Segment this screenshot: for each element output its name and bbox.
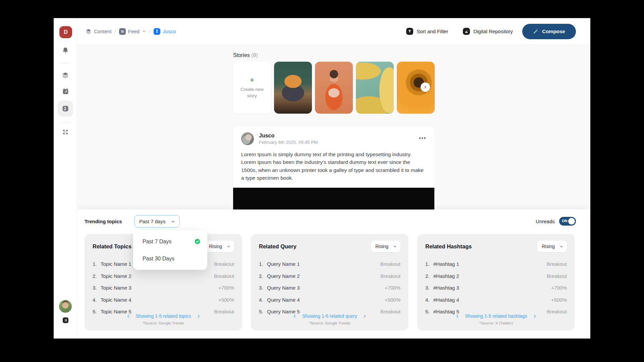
rising-filter-select[interactable]: Rising bbox=[371, 241, 400, 252]
analytics-icon bbox=[62, 105, 69, 112]
chevron-down-icon bbox=[559, 244, 564, 249]
pagination-label: Showing 1-5 related topics bbox=[136, 313, 191, 319]
stories-count: (8) bbox=[251, 52, 258, 58]
menu-item-past-30-days[interactable]: Past 30 Days bbox=[133, 250, 207, 267]
panel-title: Related Hashtags bbox=[425, 243, 472, 250]
stories-carousel: + Create new story bbox=[233, 62, 434, 114]
app-logo[interactable]: D bbox=[59, 26, 72, 38]
breadcrumb-label: Feed bbox=[128, 28, 140, 34]
story-card-cat-teacher[interactable] bbox=[274, 62, 312, 114]
post-body-text: Lorem Ipsum is simply dummy text of the … bbox=[233, 145, 434, 188]
post-author: Jusco bbox=[259, 133, 318, 139]
calendar-icon bbox=[62, 88, 69, 95]
sidebar-item-planner[interactable] bbox=[54, 88, 77, 95]
date-range-dropdown-menu: Past 7 Days Past 30 Days bbox=[133, 230, 207, 270]
user-avatar[interactable] bbox=[59, 300, 72, 313]
pagination-next-button[interactable] bbox=[533, 314, 537, 318]
list-item: 2.Query Name 2Breakout bbox=[259, 270, 400, 282]
breadcrumb-content[interactable]: Content bbox=[86, 28, 112, 35]
trending-section: Trending topics Past 7 days Unreads ON R… bbox=[77, 209, 590, 339]
sort-and-filter-button[interactable]: Sort and Filter bbox=[406, 28, 448, 35]
menu-item-label: Past 30 Days bbox=[143, 256, 174, 262]
chevron-left-icon bbox=[126, 314, 130, 318]
pagination-next-button[interactable] bbox=[363, 314, 367, 318]
stories-title: Stories (8) bbox=[233, 52, 434, 58]
magic-wand-icon bbox=[533, 28, 539, 34]
plus-icon: + bbox=[250, 76, 254, 84]
chevron-right-icon bbox=[533, 314, 537, 318]
facebook-icon: f bbox=[154, 28, 160, 35]
story-card-bananas[interactable] bbox=[356, 62, 394, 114]
image-icon bbox=[463, 28, 470, 35]
list-item: 2.Topic Name 2Breakout bbox=[93, 270, 234, 282]
sidebar-item-notifications[interactable] bbox=[54, 46, 77, 54]
stories-next-button[interactable] bbox=[421, 82, 430, 92]
filter-value: Rising bbox=[375, 244, 388, 249]
pagination-prev-button[interactable] bbox=[455, 314, 460, 318]
sidebar-item-analytics-active[interactable] bbox=[58, 101, 73, 117]
post-image bbox=[233, 188, 434, 209]
expand-icon bbox=[62, 129, 69, 135]
compose-label: Compose bbox=[542, 28, 565, 34]
menu-item-label: Past 7 Days bbox=[143, 239, 171, 245]
sidebar-divider bbox=[60, 63, 70, 63]
list-item: 1.Query Name 1Breakout bbox=[259, 258, 400, 270]
source-note: *Source: Google Trends bbox=[85, 321, 242, 325]
chevron-down-icon bbox=[142, 29, 146, 34]
list-item: 3.Query Name 3+700% bbox=[259, 282, 400, 294]
create-new-story-card[interactable]: + Create new story bbox=[233, 62, 271, 114]
rising-filter-select[interactable]: Rising bbox=[205, 241, 234, 252]
unreads-toggle[interactable]: ON bbox=[559, 217, 576, 226]
post-more-button[interactable]: ••• bbox=[419, 135, 426, 141]
breadcrumb-label: Content bbox=[94, 28, 112, 34]
date-range-value: Past 7 days bbox=[139, 219, 165, 224]
feed-icon bbox=[119, 28, 126, 35]
sidebar-item-expand[interactable] bbox=[54, 129, 77, 135]
feed-area: Stories (8) + Create new story bbox=[77, 45, 590, 209]
breadcrumb-feed[interactable]: Feed bbox=[119, 28, 146, 35]
chevron-right-icon bbox=[363, 314, 367, 318]
sidebar-item-content[interactable] bbox=[54, 72, 77, 79]
panel-title: Related Topics bbox=[93, 243, 131, 250]
filter-value: Rising bbox=[542, 244, 555, 249]
digital-repository-button[interactable]: Digital Repository bbox=[463, 28, 513, 35]
breadcrumb-label: Jusco bbox=[163, 28, 176, 34]
chevron-down-icon bbox=[171, 219, 175, 224]
pagination-next-button[interactable] bbox=[197, 314, 201, 318]
post-avatar bbox=[241, 132, 254, 145]
breadcrumb: Content / Feed / f Jusco bbox=[86, 28, 176, 35]
filter-icon bbox=[406, 28, 413, 35]
sidebar: D bbox=[54, 18, 77, 339]
breadcrumb-channel-jusco[interactable]: f Jusco bbox=[154, 28, 176, 35]
date-range-select[interactable]: Past 7 days bbox=[134, 215, 180, 228]
list-item: 3.#Hashtag 3+700% bbox=[425, 282, 567, 294]
app-window: D bbox=[54, 18, 590, 339]
compose-button[interactable]: Compose bbox=[522, 24, 576, 39]
top-bar: Content / Feed / f Jusco bbox=[77, 18, 590, 45]
story-card-orange-man[interactable] bbox=[315, 62, 353, 114]
chevron-left-icon bbox=[455, 314, 460, 318]
list-item: 3.Topic Name 3+700% bbox=[93, 282, 234, 294]
list-item: 2.#Hashtag 2Breakout bbox=[425, 270, 567, 282]
breadcrumb-separator: / bbox=[115, 28, 116, 34]
toggle-knob bbox=[568, 218, 575, 225]
header-actions: Sort and Filter Digital Repository Compo… bbox=[406, 24, 576, 39]
menu-item-past-7-days[interactable]: Past 7 Days bbox=[133, 233, 207, 250]
toggle-state-label: ON bbox=[562, 219, 568, 223]
related-query-panel: Related Query Rising 1.Query Name 1Break… bbox=[251, 234, 409, 330]
chevron-down-icon bbox=[393, 244, 397, 249]
panel-title: Related Query bbox=[259, 243, 297, 250]
chevron-left-icon bbox=[292, 314, 297, 318]
pagination-label: Showing 1-5 related hashtags bbox=[465, 313, 527, 319]
rising-filter-select[interactable]: Rising bbox=[537, 241, 567, 252]
pagination-prev-button[interactable] bbox=[126, 314, 130, 318]
pagination-prev-button[interactable] bbox=[292, 314, 297, 318]
check-circle-icon bbox=[194, 238, 201, 245]
collapse-sidebar-icon[interactable] bbox=[63, 317, 68, 323]
sort-and-filter-label: Sort and Filter bbox=[417, 28, 448, 34]
breadcrumb-separator: / bbox=[149, 28, 151, 34]
pagination-label: Showing 1-5 related query bbox=[302, 313, 357, 319]
unreads-label: Unreads bbox=[536, 219, 555, 224]
sidebar-divider bbox=[60, 123, 70, 123]
post-card: Jusco February 6th 2025, 09:45 PM ••• Lo… bbox=[233, 126, 434, 209]
